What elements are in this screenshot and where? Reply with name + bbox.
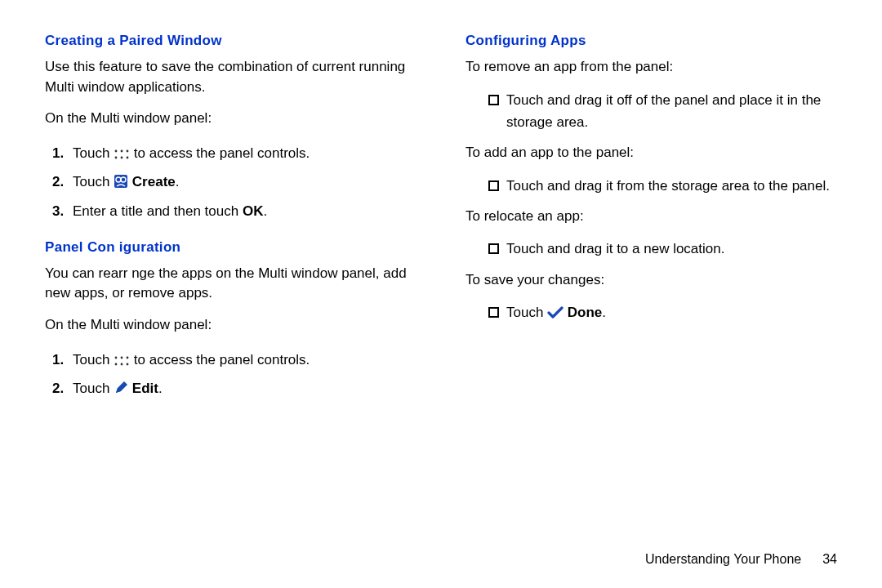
paragraph: To remove an app from the panel:: [466, 57, 837, 78]
bullet-item: Touch and drag it from the storage area …: [488, 175, 837, 197]
step-text: Touch: [73, 352, 114, 368]
bullet-item: Touch and drag it off of the panel and p…: [488, 89, 837, 133]
done-check-icon: [547, 304, 564, 326]
bullet-text: .: [602, 305, 606, 320]
svg-point-2: [127, 150, 129, 153]
paragraph: Use this feature to save the combination…: [45, 57, 416, 97]
step-text: Touch: [73, 174, 114, 189]
step-text: .: [176, 174, 180, 189]
ordered-steps: Touch to access the panel controls. Touc…: [45, 347, 416, 405]
svg-point-3: [115, 157, 118, 159]
page-number: 34: [822, 552, 837, 567]
step-text: to access the panel controls.: [130, 352, 310, 368]
svg-point-12: [115, 363, 118, 365]
bullet-list: Touch and drag it to a new location.: [466, 238, 837, 260]
svg-point-10: [121, 356, 123, 359]
svg-point-4: [121, 157, 123, 159]
paragraph: On the Multi window panel:: [45, 315, 416, 336]
step-3: Enter a title and then touch OK.: [68, 198, 416, 225]
svg-point-9: [115, 356, 118, 359]
paragraph: To add an app to the panel:: [466, 143, 837, 163]
step-text: Touch: [73, 381, 114, 396]
ordered-steps: Touch to access the panel controls. Touc…: [45, 140, 416, 225]
step-text: to access the panel controls.: [130, 145, 310, 161]
edit-icon: [114, 378, 128, 404]
paragraph: To relocate an app:: [466, 207, 837, 227]
paragraph: To save your changes:: [466, 270, 837, 291]
edit-label: Edit: [132, 381, 158, 396]
page-footer: Understanding Your Phone34: [645, 552, 837, 567]
bullet-item: Touch and drag it to a new location.: [488, 238, 837, 260]
heading-creating-paired-window: Creating a Paired Window: [45, 33, 416, 49]
bullet-list: Touch and drag it off of the panel and p…: [466, 89, 837, 133]
panel-controls-icon: [114, 350, 130, 376]
create-icon: [114, 172, 128, 198]
svg-point-1: [121, 150, 123, 153]
panel-controls-icon: [114, 143, 130, 169]
step-text: .: [158, 381, 163, 396]
paragraph: On the Multi window panel:: [45, 109, 416, 129]
create-label: Create: [132, 174, 176, 189]
bullet-item: Touch Done.: [488, 301, 837, 326]
bullet-text: Touch: [506, 305, 547, 320]
svg-point-13: [121, 363, 123, 365]
right-column: Configuring Apps To remove an app from t…: [466, 33, 837, 419]
bullet-list: Touch and drag it from the storage area …: [466, 175, 837, 197]
bullet-list: Touch Done.: [466, 301, 837, 326]
ok-label: OK: [243, 203, 264, 219]
step-2: Touch Edit.: [68, 376, 416, 404]
heading-configuring-apps: Configuring Apps: [466, 33, 837, 49]
step-1: Touch to access the panel controls.: [68, 140, 416, 169]
step-text: .: [263, 203, 267, 219]
svg-point-0: [115, 150, 118, 153]
step-2: Touch Create.: [68, 169, 416, 198]
heading-panel-configuration: Panel Con iguration: [45, 239, 416, 256]
footer-section: Understanding Your Phone: [645, 552, 801, 566]
paragraph: You can rearr nge the apps on the Multi …: [45, 264, 416, 304]
step-1: Touch to access the panel controls.: [68, 347, 416, 376]
step-text: Touch: [73, 145, 114, 161]
done-label: Done: [568, 305, 603, 320]
svg-point-14: [127, 363, 129, 365]
two-column-layout: Creating a Paired Window Use this featur…: [45, 33, 837, 419]
left-column: Creating a Paired Window Use this featur…: [45, 33, 416, 419]
step-text: Enter a title and then touch: [73, 203, 243, 219]
svg-point-5: [127, 157, 129, 159]
svg-point-11: [127, 356, 129, 359]
manual-page: Creating a Paired Window Use this featur…: [0, 0, 882, 588]
